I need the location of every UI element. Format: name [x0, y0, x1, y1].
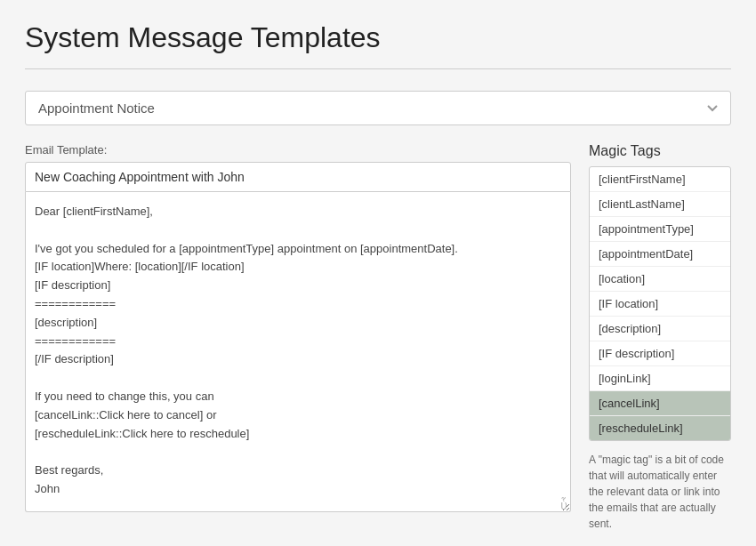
magic-tag-description[interactable]: [description] — [590, 317, 730, 341]
magic-tag-if-description[interactable]: [IF description] — [590, 341, 730, 366]
magic-tag-appointmentDate[interactable]: [appointmentDate] — [590, 242, 730, 267]
magic-tag-location[interactable]: [location] — [590, 267, 730, 292]
magic-tags-description: A "magic tag" is a bit of code that will… — [589, 452, 731, 532]
magic-tag-cancelLink[interactable]: [cancelLink] — [590, 391, 730, 416]
template-dropdown-container: Appointment Notice Appointment Reminder … — [25, 91, 731, 125]
page-title: System Message Templates — [25, 21, 731, 54]
magic-tags-list: [clientFirstName] [clientLastName] [appo… — [589, 166, 731, 441]
main-content: Email Template: Dear [clientFirstName], … — [25, 143, 731, 532]
magic-tag-if-location[interactable]: [IF location] — [590, 292, 730, 317]
divider — [25, 68, 731, 69]
page-container: System Message Templates Appointment Not… — [0, 0, 756, 546]
magic-tags-title: Magic Tags — [589, 143, 731, 159]
magic-tags-section: Magic Tags [clientFirstName] [clientLast… — [589, 143, 731, 532]
template-dropdown[interactable]: Appointment Notice Appointment Reminder … — [25, 91, 731, 125]
email-subject-input[interactable] — [25, 162, 571, 192]
magic-tag-clientFirstName[interactable]: [clientFirstName] — [590, 167, 730, 192]
magic-tag-rescheduleLink[interactable]: [rescheduleLink] — [590, 416, 730, 440]
textarea-wrapper: Dear [clientFirstName], I've got you sch… — [25, 192, 571, 516]
magic-tag-appointmentType[interactable]: [appointmentType] — [590, 217, 730, 242]
magic-tag-loginLink[interactable]: [loginLink] — [590, 366, 730, 391]
magic-tag-clientLastName[interactable]: [clientLastName] — [590, 192, 730, 217]
email-template-section: Email Template: Dear [clientFirstName], … — [25, 143, 571, 516]
email-body-textarea[interactable]: Dear [clientFirstName], I've got you sch… — [25, 192, 571, 512]
email-template-label: Email Template: — [25, 143, 571, 157]
